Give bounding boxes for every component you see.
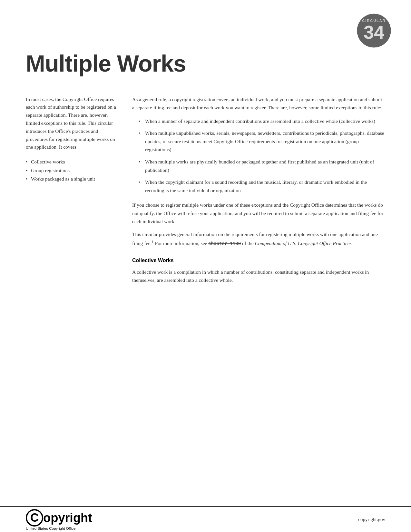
page-footer: C opyright United States Copyright Offic… [0,506,411,532]
svg-text:34: 34 [364,22,385,43]
content-area: In most cases, the Copyright Office requ… [0,89,411,289]
list-item: Works packaged as a single unit [26,175,116,183]
list-item: Group registrations [26,166,116,175]
footer-url: copyright.gov [358,517,385,522]
list-item: When the copyright claimant for a sound … [139,178,385,194]
right-column: As a general rule, a copyright registrat… [132,95,385,289]
left-column: In most cases, the Copyright Office requ… [26,95,116,289]
circular-badge: CIRCULAR 34 [356,13,392,48]
collective-works-heading: Collective Works [132,258,385,263]
left-bullet-list: Collective works Group registrations Wor… [26,158,116,183]
body2-part2: For more information, see [154,241,209,246]
list-item: When multiple unpublished works, serials… [139,129,385,154]
title-section: Multiple Works [0,0,411,89]
collective-works-body: A collective work is a compilation in wh… [132,268,385,284]
right-intro-text: As a general rule, a copyright registrat… [132,95,385,112]
list-item: When a number of separate and independen… [139,117,385,125]
copyright-c-logo: C [26,509,43,527]
footer-org-name: United States Copyright Office [26,527,92,530]
body2-italic: Compendium of U.S. Copyright Office Prac… [255,241,353,246]
body2-strikethrough: chapter 1100 [208,241,241,247]
right-body-1: If you choose to register multiple works… [132,201,385,226]
footer-logo-wrapper: C opyright United States Copyright Offic… [26,509,92,530]
list-item: When multiple works are physically bundl… [139,158,385,174]
right-body-2: This circular provides general informati… [132,230,385,248]
body2-part3: of the [241,241,255,246]
page: CIRCULAR 34 Multiple Works In most cases… [0,0,411,532]
footer-logo: C opyright [26,509,92,527]
page-title: Multiple Works [26,52,385,76]
footer-copyright-word: opyright [43,512,92,524]
list-item: Collective works [26,158,116,166]
left-intro-text: In most cases, the Copyright Office requ… [26,95,116,152]
right-bullet-list: When a number of separate and independen… [139,117,385,195]
